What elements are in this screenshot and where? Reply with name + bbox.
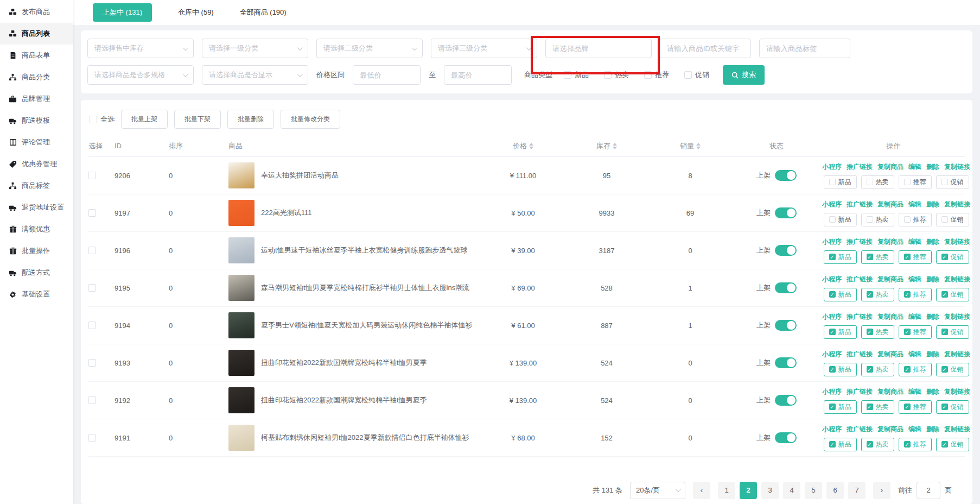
action-link-小程序[interactable]: 小程序	[822, 200, 842, 209]
min-price-input[interactable]	[353, 65, 421, 85]
action-link-推广链接[interactable]: 推广链接	[847, 312, 873, 322]
action-link-推广链接[interactable]: 推广链接	[847, 162, 873, 172]
action-link-复制链接[interactable]: 复制链接	[944, 350, 970, 359]
tag-button-热卖[interactable]: ✓热卖	[861, 288, 894, 301]
search-button[interactable]: 搜索	[723, 65, 765, 85]
batch-button[interactable]: 批量上架	[121, 110, 168, 129]
tag-button-热卖[interactable]: ✓热卖	[861, 438, 894, 451]
action-link-删除[interactable]: 删除	[926, 387, 939, 396]
page-button-1[interactable]: 1	[718, 482, 735, 499]
action-link-推广链接[interactable]: 推广链接	[847, 275, 873, 284]
action-link-复制链接[interactable]: 复制链接	[944, 162, 970, 172]
action-link-复制链接[interactable]: 复制链接	[944, 312, 970, 322]
action-link-推广链接[interactable]: 推广链接	[847, 237, 873, 247]
tag-button-促销[interactable]: 促销	[936, 213, 969, 226]
filter-select[interactable]: 请选择商品是否多规格	[87, 65, 194, 85]
page-button-5[interactable]: 5	[805, 482, 822, 499]
product-tag-input[interactable]	[759, 39, 850, 58]
price-sort-control[interactable]	[529, 143, 533, 149]
action-link-小程序[interactable]: 小程序	[822, 425, 842, 434]
filter-select[interactable]: 请选择商品是否显示	[202, 65, 308, 85]
action-link-推广链接[interactable]: 推广链接	[847, 200, 873, 209]
sidebar-item-12[interactable]: 批量操作	[0, 240, 73, 262]
tag-button-推荐[interactable]: ✓推荐	[899, 400, 932, 414]
row-checkbox[interactable]	[88, 359, 96, 367]
action-link-小程序[interactable]: 小程序	[822, 237, 842, 247]
action-link-复制商品[interactable]: 复制商品	[877, 387, 903, 396]
action-link-复制商品[interactable]: 复制商品	[877, 312, 903, 322]
status-toggle[interactable]	[775, 245, 797, 256]
status-toggle[interactable]	[775, 432, 797, 443]
action-link-删除[interactable]: 删除	[926, 200, 939, 209]
sidebar-item-9[interactable]: 商品标签	[0, 175, 73, 197]
action-link-复制商品[interactable]: 复制商品	[877, 425, 903, 434]
action-link-编辑[interactable]: 编辑	[908, 162, 921, 172]
action-link-推广链接[interactable]: 推广链接	[847, 425, 873, 434]
sidebar-item-8[interactable]: 优惠券管理	[0, 153, 73, 175]
tag-button-推荐[interactable]: 推荐	[899, 175, 932, 189]
action-link-复制商品[interactable]: 复制商品	[877, 275, 903, 284]
sidebar-item-7[interactable]: 评论管理	[0, 131, 73, 153]
tag-button-推荐[interactable]: ✓推荐	[899, 438, 932, 451]
brand-input[interactable]	[545, 39, 652, 58]
action-link-删除[interactable]: 删除	[926, 162, 939, 172]
row-checkbox[interactable]	[88, 434, 96, 442]
type-checkbox-新品[interactable]: 新品	[564, 70, 589, 80]
tag-button-促销[interactable]: ✓促销	[936, 288, 969, 301]
action-link-编辑[interactable]: 编辑	[908, 350, 921, 359]
goto-page-input[interactable]	[917, 482, 940, 499]
action-link-复制链接[interactable]: 复制链接	[944, 237, 970, 247]
batch-button[interactable]: 批量修改分类	[281, 110, 340, 129]
max-price-input[interactable]	[444, 65, 512, 85]
action-link-删除[interactable]: 删除	[926, 312, 939, 322]
action-link-小程序[interactable]: 小程序	[822, 350, 842, 359]
action-link-编辑[interactable]: 编辑	[908, 312, 921, 322]
tag-button-推荐[interactable]: ✓推荐	[899, 363, 932, 376]
status-toggle[interactable]	[775, 170, 797, 181]
page-button-6[interactable]: 6	[826, 482, 844, 499]
action-link-小程序[interactable]: 小程序	[822, 312, 842, 322]
sidebar-item-14[interactable]: 基础设置	[0, 284, 73, 305]
filter-select[interactable]: 请选择一级分类	[202, 39, 308, 58]
action-link-小程序[interactable]: 小程序	[822, 162, 842, 172]
action-link-复制商品[interactable]: 复制商品	[877, 237, 903, 247]
action-link-小程序[interactable]: 小程序	[822, 275, 842, 284]
tag-button-热卖[interactable]: ✓热卖	[861, 325, 894, 339]
action-link-复制商品[interactable]: 复制商品	[877, 350, 903, 359]
tag-button-新品[interactable]: ✓新品	[824, 400, 857, 414]
batch-button[interactable]: 批量下架	[174, 110, 221, 129]
action-link-复制链接[interactable]: 复制链接	[944, 200, 970, 209]
status-toggle[interactable]	[775, 320, 797, 331]
keyword-input[interactable]	[660, 39, 751, 58]
action-link-编辑[interactable]: 编辑	[908, 425, 921, 434]
page-button-2[interactable]: 2	[740, 482, 757, 499]
sales-sort-control[interactable]	[696, 143, 701, 149]
type-checkbox-热卖[interactable]: 热卖	[604, 70, 629, 80]
row-checkbox[interactable]	[88, 247, 96, 254]
sidebar-item-5[interactable]: 品牌管理	[0, 88, 73, 110]
action-link-推广链接[interactable]: 推广链接	[847, 387, 873, 396]
tag-button-新品[interactable]: 新品	[824, 175, 857, 189]
page-button-4[interactable]: 4	[783, 482, 800, 499]
row-checkbox[interactable]	[88, 396, 96, 404]
sidebar-item-11[interactable]: 满额优惠	[0, 218, 73, 240]
action-link-推广链接[interactable]: 推广链接	[847, 350, 873, 359]
action-link-编辑[interactable]: 编辑	[908, 387, 921, 396]
row-checkbox[interactable]	[88, 172, 96, 179]
tag-button-新品[interactable]: ✓新品	[824, 363, 857, 376]
page-button-3[interactable]: 3	[761, 482, 779, 499]
filter-select[interactable]: 请选择售中库存	[87, 39, 194, 58]
sidebar-item-2[interactable]: 商品列表	[0, 23, 73, 45]
action-link-复制商品[interactable]: 复制商品	[877, 162, 903, 172]
tab-2[interactable]: 仓库中 (59)	[178, 8, 214, 17]
filter-select[interactable]: 请选择三级分类	[431, 39, 537, 58]
action-link-删除[interactable]: 删除	[926, 275, 939, 284]
tag-button-热卖[interactable]: ✓热卖	[861, 250, 894, 264]
status-toggle[interactable]	[775, 357, 797, 368]
next-page-button[interactable]: ›	[873, 482, 890, 499]
tag-button-热卖[interactable]: ✓热卖	[861, 363, 894, 376]
action-link-复制链接[interactable]: 复制链接	[944, 425, 970, 434]
action-link-复制链接[interactable]: 复制链接	[944, 275, 970, 284]
action-link-小程序[interactable]: 小程序	[822, 387, 842, 396]
tag-button-推荐[interactable]: ✓推荐	[899, 288, 932, 301]
